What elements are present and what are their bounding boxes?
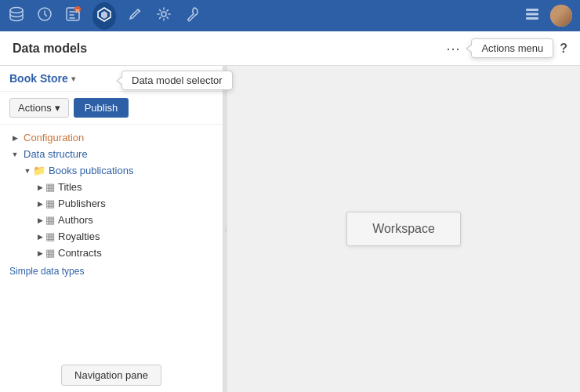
actions-button[interactable]: Actions ▾	[9, 98, 69, 118]
table-icon: ▦	[45, 214, 55, 226]
content-area: Data models ⋯ Actions menu ? Book Store …	[0, 31, 580, 392]
workspace-box: Workspace	[346, 212, 461, 246]
toolbar: Actions ▾ Publish	[0, 92, 223, 125]
tree-label-publishers: Publishers	[58, 198, 106, 209]
tree-item-configuration[interactable]: ⋮ ▶ Configuration	[0, 129, 223, 146]
svg-marker-6	[101, 11, 107, 19]
tasks-icon[interactable]: 21	[64, 5, 82, 27]
simple-data-types-label: Simple data types	[9, 266, 84, 277]
data-model-selector-tooltip: Data model selector	[121, 71, 233, 90]
table-icon: ▦	[45, 247, 55, 259]
avatar[interactable]	[550, 5, 572, 27]
toggle-icon: ▶	[34, 183, 45, 191]
toggle-icon: ▶	[34, 216, 45, 224]
header-actions: ⋯ Actions menu ?	[441, 38, 567, 59]
wrench-icon[interactable]	[183, 5, 201, 27]
page-header: Data models ⋯ Actions menu ?	[0, 31, 580, 66]
svg-rect-8	[526, 9, 538, 11]
right-panel: Workspace	[227, 66, 580, 392]
tree-area: ⋮ ▶ Configuration ⋮ ▼ Data structure ⋮	[0, 125, 223, 392]
toggle-icon: ▶	[34, 249, 45, 257]
model-selector-row: Book Store ▾ Data model selector	[0, 66, 223, 92]
top-bar-right	[524, 5, 572, 27]
list-view-icon[interactable]	[524, 5, 541, 27]
settings-icon[interactable]	[155, 5, 172, 27]
toggle-icon: ▶	[34, 233, 45, 241]
publish-button[interactable]: Publish	[74, 98, 129, 118]
toggle-icon: ▼	[9, 151, 20, 158]
tree-item-data-structure[interactable]: ⋮ ▼ Data structure	[0, 146, 223, 162]
tree-item-publishers[interactable]: ⋮ ▶ ▦ Publishers	[0, 195, 223, 212]
tree-label-royalties: Royalties	[58, 230, 100, 242]
help-button[interactable]: ?	[560, 42, 567, 56]
simple-data-types-item[interactable]: Simple data types	[0, 261, 223, 281]
main-layout: Book Store ▾ Data model selector Actions…	[0, 66, 580, 392]
table-icon: ▦	[45, 198, 55, 209]
top-bar: 21	[0, 0, 580, 31]
actions-label: Actions	[18, 102, 52, 114]
tree-item-authors[interactable]: ⋮ ▶ ▦ Authors	[0, 212, 223, 228]
table-icon: ▦	[45, 230, 55, 242]
svg-point-7	[161, 12, 166, 16]
model-selector-label: Book Store	[9, 72, 68, 85]
data-models-icon[interactable]	[92, 2, 116, 30]
tree-label-contracts: Contracts	[58, 247, 102, 259]
navigation-pane-label: Navigation pane	[61, 365, 161, 386]
top-bar-left-icons: 21	[8, 2, 201, 30]
left-panel: Book Store ▾ Data model selector Actions…	[0, 66, 223, 392]
model-selector-button[interactable]: Book Store ▾	[9, 72, 75, 85]
tree-label-titles: Titles	[58, 181, 82, 193]
folder-icon: 📁	[33, 165, 45, 176]
tree-item-royalties[interactable]: ⋮ ▶ ▦ Royalties	[0, 228, 223, 245]
actions-chevron-icon: ▾	[55, 102, 60, 114]
svg-text:21: 21	[75, 8, 80, 13]
svg-point-0	[10, 7, 23, 13]
tree-label-configuration: Configuration	[24, 132, 84, 143]
svg-rect-9	[526, 13, 538, 15]
toggle-icon: ▶	[34, 200, 45, 208]
tree-label-authors: Authors	[58, 214, 93, 226]
tree-item-titles[interactable]: ⋮ ▶ ▦ Titles	[0, 179, 223, 195]
three-dot-menu-button[interactable]: ⋯	[441, 38, 465, 59]
table-icon: ▦	[45, 181, 55, 193]
toggle-icon: ▶	[9, 134, 20, 142]
toggle-icon: ▼	[22, 167, 33, 175]
page-title: Data models	[13, 42, 87, 56]
tree-label-books-publications: Books publications	[49, 165, 133, 176]
tree-item-books-publications[interactable]: ⋮ ▼ 📁 Books publications	[0, 162, 223, 179]
database-icon[interactable]	[8, 5, 25, 27]
tree-label-data-structure: Data structure	[24, 148, 88, 160]
svg-rect-10	[526, 17, 538, 20]
actions-menu-tooltip: Actions menu	[471, 38, 553, 58]
chevron-down-icon: ▾	[71, 74, 75, 83]
tree-item-contracts[interactable]: ⋮ ▶ ▦ Contracts	[0, 245, 223, 261]
clock-icon[interactable]	[36, 5, 53, 27]
edit-icon[interactable]	[127, 5, 144, 27]
